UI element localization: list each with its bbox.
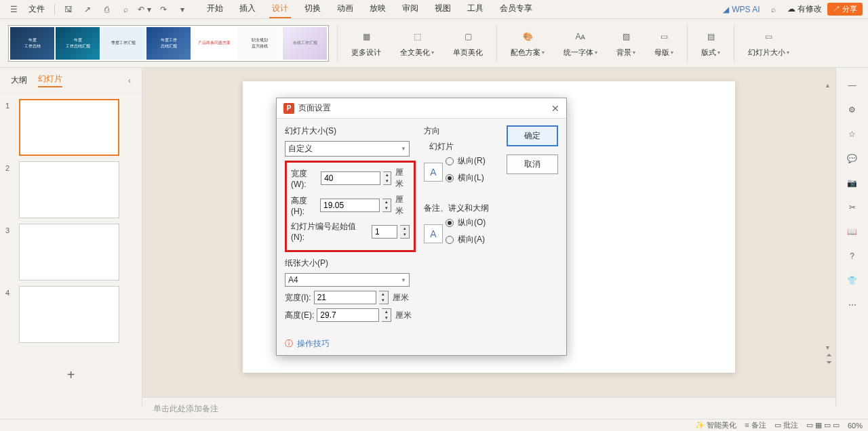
tab-design[interactable]: 设计 <box>269 0 291 18</box>
slide-thumbnail-3[interactable] <box>19 224 119 281</box>
template-thumb-3[interactable]: 季度工作汇报 <box>101 27 145 60</box>
slides-tab[interactable]: 幻灯片 <box>38 73 62 87</box>
ok-button[interactable]: 确定 <box>507 125 558 146</box>
tab-view[interactable]: 视图 <box>432 0 454 18</box>
slide-thumbnail-1[interactable] <box>19 99 119 156</box>
prev-slide-icon[interactable]: ⏶ <box>826 351 833 358</box>
save-icon[interactable]: 🖫 <box>60 1 77 18</box>
beautify-single-button[interactable]: ▢ 单页美化 <box>448 26 488 60</box>
template-thumb-5[interactable]: 产品商务问题方案 <box>192 27 236 60</box>
template-thumb-6[interactable]: 职业规划直升路线 <box>237 27 281 60</box>
beautify-all-button[interactable]: ⬚ 全文美化▾ <box>395 26 439 60</box>
slide-item[interactable]: 1 <box>5 99 136 156</box>
comments-button[interactable]: ▭ 批注 <box>774 420 798 430</box>
slide-thumbnail-4[interactable] <box>19 286 119 343</box>
export-icon[interactable]: ↗ <box>79 1 96 18</box>
slide-item[interactable]: 3 <box>5 224 136 281</box>
status-right: ✨ 智能美化 ≡ 备注 ▭ 批注 ▭ ▦ ▭ ▭ 60% <box>695 420 863 430</box>
shirt-icon[interactable]: 👕 <box>846 274 859 287</box>
ribbon: 年度工作总结 年度工作总结汇报 季度工作汇报 年度工作总结汇报 产品商务问题方案… <box>0 19 868 68</box>
color-scheme-button[interactable]: 🎨 配色方案▾ <box>505 26 550 60</box>
vertical-scrollbar[interactable]: ▴ ▾ ⏶ ⏷ <box>826 81 833 366</box>
outline-tab[interactable]: 大纲 <box>11 75 27 86</box>
redo-icon[interactable]: ↷ <box>155 1 172 18</box>
slide-thumbnail-2[interactable] <box>19 161 119 218</box>
slide-size-button[interactable]: ▭ 幻灯片大小▾ <box>743 26 795 60</box>
cancel-button[interactable]: 取消 <box>507 155 558 174</box>
dropdown-icon[interactable]: ▾ <box>174 1 191 18</box>
add-slide-button[interactable]: + <box>0 354 142 396</box>
search-icon[interactable]: ⌕ <box>766 1 782 18</box>
scroll-up-icon[interactable]: ▴ <box>826 81 833 89</box>
size-preset-select[interactable]: 自定义▼ <box>285 141 410 157</box>
preview-icon[interactable]: ⌕ <box>117 1 134 18</box>
more-design-button[interactable]: ▦ 更多设计 <box>346 26 387 60</box>
unify-font-button[interactable]: Aᴀ 统一字体▾ <box>558 26 603 60</box>
slide-item[interactable]: 2 <box>5 161 136 218</box>
more-icon[interactable]: ⋯ <box>846 298 859 312</box>
camera-icon[interactable]: 📷 <box>846 176 859 190</box>
layout-button[interactable]: ▤ 版式▾ <box>696 26 726 60</box>
tab-review[interactable]: 审阅 <box>399 0 421 18</box>
tab-animation[interactable]: 动画 <box>334 0 356 18</box>
print-icon[interactable]: ⎙ <box>98 1 115 18</box>
settings-icon[interactable]: ⚙ <box>846 103 859 117</box>
tab-member[interactable]: 会员专享 <box>497 0 535 18</box>
tab-transition[interactable]: 切换 <box>302 0 323 18</box>
portrait-radio[interactable] <box>446 157 454 165</box>
close-icon[interactable]: ✕ <box>551 103 559 114</box>
tab-insert[interactable]: 插入 <box>237 0 258 18</box>
paper-preset-select[interactable]: A4▼ <box>285 273 410 287</box>
landscape-radio[interactable] <box>446 174 454 182</box>
paper-width-input[interactable] <box>314 291 376 304</box>
unit-label: 厘米 <box>395 167 410 190</box>
undo-icon[interactable]: ↶ ▾ <box>136 1 153 18</box>
view-buttons[interactable]: ▭ ▦ ▭ ▭ <box>806 421 840 430</box>
paper-height-input[interactable] <box>317 308 379 322</box>
dialog-title-text: 页面设置 <box>298 102 331 114</box>
chat-icon[interactable]: 💬 <box>846 152 859 165</box>
smart-beautify-button[interactable]: ✨ 智能美化 <box>695 420 736 430</box>
notes-button[interactable]: ≡ 备注 <box>745 420 766 430</box>
start-number-input[interactable] <box>372 225 397 239</box>
template-thumb-7[interactable]: 在线工作汇报 <box>283 27 327 60</box>
notes-area[interactable]: 单击此处添加备注 <box>142 397 835 419</box>
slide-number: 1 <box>5 99 14 110</box>
help-icon[interactable]: ? <box>846 249 859 263</box>
book-icon[interactable]: 📖 <box>846 225 859 239</box>
modified-indicator[interactable]: ☁ 有修改 <box>787 3 822 15</box>
next-slide-icon[interactable]: ⏷ <box>826 358 833 366</box>
tab-tools[interactable]: 工具 <box>465 0 486 18</box>
zoom-level[interactable]: 60% <box>848 422 863 430</box>
tools-icon[interactable]: ✂ <box>846 201 859 214</box>
share-button[interactable]: ↗ 分享 <box>827 3 863 16</box>
background-button[interactable]: ▨ 背景▾ <box>611 26 641 60</box>
master-button[interactable]: ▭ 母版▾ <box>649 26 679 60</box>
page-setup-dialog: P 页面设置 ✕ 幻灯片大小(S) 自定义▼ 宽度(W): ▴▾ 厘米 高度(H… <box>276 98 567 356</box>
tab-slideshow[interactable]: 放映 <box>367 0 389 18</box>
paper-height-spinner[interactable]: ▴▾ <box>382 308 391 322</box>
tips-link[interactable]: 操作技巧 <box>297 338 330 350</box>
template-gallery[interactable]: 年度工作总结 年度工作总结汇报 季度工作汇报 年度工作总结汇报 产品商务问题方案… <box>8 25 329 62</box>
scroll-down-icon[interactable]: ▾ <box>826 344 833 351</box>
height-input[interactable] <box>320 199 380 212</box>
slide-item[interactable]: 4 <box>5 286 136 343</box>
height-spinner[interactable]: ▴▾ <box>382 199 391 212</box>
wps-ai-button[interactable]: ◢ WPS AI <box>723 5 760 14</box>
dialog-titlebar[interactable]: P 页面设置 ✕ <box>277 98 566 119</box>
start-number-spinner[interactable]: ▴▾ <box>400 225 410 239</box>
notes-portrait-radio[interactable] <box>446 219 454 227</box>
paper-width-spinner[interactable]: ▴▾ <box>379 291 389 304</box>
template-thumb-1[interactable]: 年度工作总结 <box>10 27 54 60</box>
tab-start[interactable]: 开始 <box>204 0 226 18</box>
hamburger-icon[interactable]: ☰ <box>5 1 22 18</box>
template-thumb-4[interactable]: 年度工作总结汇报 <box>146 27 191 60</box>
notes-landscape-radio[interactable] <box>446 236 454 244</box>
width-input[interactable] <box>321 171 380 185</box>
width-spinner[interactable]: ▴▾ <box>383 171 391 185</box>
minus-icon[interactable]: — <box>846 79 859 92</box>
template-thumb-2[interactable]: 年度工作总结汇报 <box>56 27 100 60</box>
file-menu[interactable]: 文件 <box>24 2 49 16</box>
collapse-panel-icon[interactable]: ‹ <box>128 76 131 85</box>
star-icon[interactable]: ☆ <box>846 127 859 141</box>
